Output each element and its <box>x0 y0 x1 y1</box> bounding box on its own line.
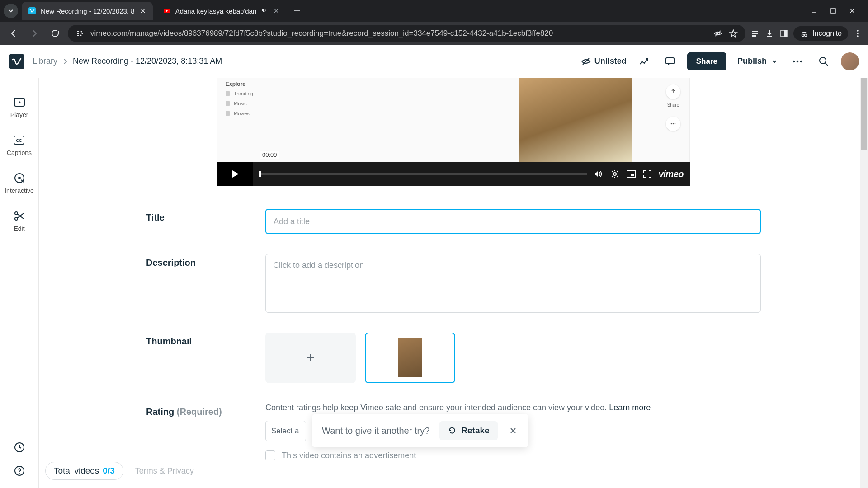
volume-button[interactable] <box>594 169 604 179</box>
fullscreen-button[interactable] <box>642 169 652 179</box>
more-action-icon <box>666 117 680 131</box>
captions-icon: CC <box>13 134 25 146</box>
url-box[interactable]: vimeo.com/manage/videos/896376989/72fd7f… <box>68 25 745 42</box>
chevron-down-icon <box>771 58 778 65</box>
help-icon <box>13 465 26 477</box>
window-minimize-button[interactable] <box>811 8 817 14</box>
nav-forward-button[interactable] <box>26 25 42 42</box>
recorded-ui-preview: Explore Trending Music Movies <box>226 81 253 121</box>
window-maximize-button[interactable] <box>830 8 836 14</box>
play-icon <box>230 169 241 179</box>
media-control-icon[interactable] <box>750 28 760 38</box>
svg-point-23 <box>800 60 802 62</box>
tab-search-button[interactable] <box>4 4 18 18</box>
advertisement-checkbox[interactable] <box>265 450 275 460</box>
vimeo-logo-icon[interactable] <box>9 54 24 69</box>
browser-tab-active[interactable]: New Recording - 12/20/2023, 8 <box>22 2 153 20</box>
svg-point-22 <box>797 60 799 62</box>
share-button[interactable]: Share <box>687 52 726 70</box>
browser-menu-button[interactable] <box>853 28 863 38</box>
side-panel-icon[interactable] <box>779 28 789 38</box>
svg-rect-20 <box>666 58 674 64</box>
learn-more-link[interactable]: Learn more <box>609 403 651 412</box>
advertisement-label: This video contains an advertisement <box>282 451 416 460</box>
new-tab-button[interactable] <box>290 4 304 18</box>
retake-label: Retake <box>461 426 489 436</box>
total-videos-pill[interactable]: Total videos 0/3 <box>45 462 123 480</box>
incognito-indicator[interactable]: Incognito <box>793 26 848 41</box>
toast-close-button[interactable] <box>508 425 519 436</box>
tab-title: Adana keyfasya kebap'dan <box>175 7 257 15</box>
address-bar: vimeo.com/manage/videos/896376989/72fd7f… <box>0 22 868 45</box>
rail-item-player[interactable]: Player <box>10 96 28 118</box>
terms-privacy-link[interactable]: Terms & Privacy <box>135 466 194 476</box>
settings-button[interactable] <box>610 169 620 179</box>
rating-select[interactable]: Select a <box>265 421 306 441</box>
pip-icon <box>626 169 636 179</box>
video-canvas[interactable]: Explore Trending Music Movies Share <box>217 78 690 162</box>
description-input[interactable]: Click to add a description <box>265 254 761 313</box>
total-count: 0/3 <box>103 466 114 476</box>
total-label: Total videos <box>54 466 99 476</box>
svg-rect-14 <box>784 30 787 37</box>
tab-close-button[interactable] <box>139 7 146 14</box>
breadcrumb: Library New Recording - 12/20/2023, 8:13… <box>33 56 222 66</box>
search-button[interactable] <box>815 52 833 70</box>
thumbnail-add-button[interactable] <box>265 333 356 383</box>
svg-point-34 <box>19 473 20 474</box>
volume-icon <box>594 169 604 179</box>
share-action-icon <box>666 84 680 99</box>
scrollbar-thumb[interactable] <box>861 78 867 150</box>
window-close-button[interactable] <box>849 8 855 14</box>
publish-button[interactable]: Publish <box>735 53 780 70</box>
tab-strip: New Recording - 12/20/2023, 8 Adana keyf… <box>0 0 868 22</box>
rating-help-text: Content ratings help keep Vimeo safe and… <box>265 403 651 412</box>
description-label: Description <box>146 254 265 313</box>
svg-rect-3 <box>77 31 79 32</box>
privacy-label: Unlisted <box>594 56 627 66</box>
site-settings-icon[interactable] <box>75 28 85 38</box>
rail-item-help[interactable] <box>13 465 26 477</box>
progress-bar[interactable] <box>259 173 587 175</box>
analytics-button[interactable] <box>635 52 653 70</box>
video-player: Explore Trending Music Movies Share 00:0… <box>217 78 690 186</box>
close-icon <box>509 427 517 434</box>
svg-point-8 <box>80 35 82 36</box>
video-frame-preview <box>519 78 632 162</box>
vimeo-watermark[interactable]: vimeo <box>659 169 684 179</box>
eye-hidden-icon[interactable] <box>713 28 723 38</box>
rail-item-interactive[interactable]: Interactive <box>5 172 34 194</box>
browser-tab[interactable]: Adana keyfasya kebap'dan <box>156 2 287 20</box>
bookmark-star-icon[interactable] <box>728 28 738 38</box>
breadcrumb-library-link[interactable]: Library <box>33 56 57 66</box>
toast-message: Want to give it another try? <box>322 426 429 436</box>
nav-back-button[interactable] <box>5 25 22 42</box>
timecode: 00:09 <box>260 151 279 159</box>
svg-rect-11 <box>752 33 758 34</box>
rail-item-captions[interactable]: CC Captions <box>7 134 32 156</box>
comments-button[interactable] <box>661 52 679 70</box>
svg-point-21 <box>793 60 795 62</box>
player-icon <box>13 96 26 108</box>
audio-playing-icon[interactable] <box>261 7 268 14</box>
downloads-icon[interactable] <box>764 28 774 38</box>
svg-point-36 <box>673 123 674 125</box>
scrollbar-track[interactable] <box>860 78 868 488</box>
privacy-toggle[interactable]: Unlisted <box>581 56 627 66</box>
user-avatar[interactable] <box>841 52 859 70</box>
more-menu-button[interactable] <box>788 52 807 70</box>
rail-item-edit[interactable]: Edit <box>13 210 26 232</box>
breadcrumb-current: New Recording - 12/20/2023, 8:13:31 AM <box>73 56 222 66</box>
tab-close-button[interactable] <box>273 7 280 14</box>
thumbnail-selected[interactable] <box>365 333 455 383</box>
title-input[interactable] <box>265 209 761 234</box>
svg-rect-40 <box>631 174 634 176</box>
retake-button[interactable]: Retake <box>439 421 497 440</box>
rail-item-activity[interactable] <box>13 441 26 454</box>
play-button[interactable] <box>217 162 253 186</box>
search-icon <box>818 56 829 67</box>
more-horizontal-icon <box>792 60 803 63</box>
pip-button[interactable] <box>626 169 636 179</box>
nav-reload-button[interactable] <box>47 25 63 42</box>
svg-point-24 <box>820 57 826 64</box>
